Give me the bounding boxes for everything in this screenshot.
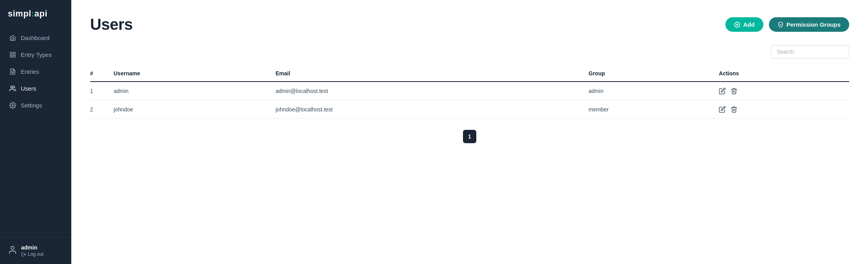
svg-point-6 <box>11 86 13 88</box>
users-table-container: # Username Email Group Actions 1 admin a… <box>90 66 849 119</box>
cell-actions <box>719 100 849 119</box>
cell-username: admin <box>114 82 275 100</box>
svg-point-8 <box>11 246 14 249</box>
sidebar-item-label: Settings <box>21 102 42 109</box>
search-input[interactable] <box>771 45 849 58</box>
sidebar-item-label: Entry Types <box>21 51 52 58</box>
user-avatar-icon <box>8 245 17 257</box>
main-header: Users Add Permission Groups <box>90 16 849 33</box>
sidebar-item-label: Entries <box>21 68 39 75</box>
sidebar-item-entries[interactable]: Entries <box>4 64 67 80</box>
gear-icon <box>9 102 16 109</box>
page-1-button[interactable]: 1 <box>463 130 476 143</box>
table-header-row: # Username Email Group Actions <box>90 66 849 82</box>
col-group: Group <box>589 66 719 82</box>
cell-group: admin <box>589 82 719 100</box>
page-title: Users <box>90 16 133 33</box>
col-number: # <box>90 66 114 82</box>
cell-group: member <box>589 100 719 119</box>
sidebar-logo: simpl:api <box>0 0 71 30</box>
main-content: Users Add Permission Groups # Username E… <box>71 0 868 264</box>
col-username: Username <box>114 66 275 82</box>
users-icon <box>9 85 16 92</box>
cell-actions <box>719 82 849 100</box>
logout-button[interactable]: Log out <box>21 251 43 257</box>
users-table: # Username Email Group Actions 1 admin a… <box>90 66 849 119</box>
cell-email: admin@localhost.test <box>275 82 588 100</box>
svg-rect-1 <box>13 52 15 54</box>
header-actions: Add Permission Groups <box>725 17 849 32</box>
sidebar-item-label: Users <box>21 85 36 92</box>
col-email: Email <box>275 66 588 82</box>
col-actions: Actions <box>719 66 849 82</box>
sidebar-item-label: Dashboard <box>21 35 49 41</box>
cell-username: johndoe <box>114 100 275 119</box>
permission-groups-button[interactable]: Permission Groups <box>769 17 849 32</box>
table-row: 1 admin admin@localhost.test admin <box>90 82 849 100</box>
tag-icon <box>9 51 16 58</box>
svg-rect-3 <box>10 55 12 57</box>
cell-id: 1 <box>90 82 114 100</box>
search-wrapper <box>90 45 849 58</box>
delete-icon[interactable] <box>731 87 738 95</box>
sidebar-item-settings[interactable]: Settings <box>4 97 67 113</box>
table-row: 2 johndoe johndoe@localhost.test member <box>90 100 849 119</box>
sidebar: simpl:api Dashboard Entry Types Entries … <box>0 0 71 264</box>
cell-id: 2 <box>90 100 114 119</box>
edit-icon[interactable] <box>719 87 726 95</box>
document-icon <box>9 68 16 75</box>
svg-rect-2 <box>13 55 15 57</box>
delete-icon[interactable] <box>731 106 738 113</box>
sidebar-nav: Dashboard Entry Types Entries Users Sett… <box>0 30 71 237</box>
sidebar-footer: admin Log out <box>0 237 71 264</box>
sidebar-item-entry-types[interactable]: Entry Types <box>4 47 67 63</box>
add-button[interactable]: Add <box>725 17 763 32</box>
home-icon <box>9 35 16 41</box>
sidebar-item-users[interactable]: Users <box>4 80 67 96</box>
username-label: admin <box>21 244 43 251</box>
edit-icon[interactable] <box>719 106 726 113</box>
svg-point-7 <box>12 104 13 106</box>
cell-email: johndoe@localhost.test <box>275 100 588 119</box>
sidebar-item-dashboard[interactable]: Dashboard <box>4 30 67 46</box>
logo-text: simpl:api <box>8 9 47 18</box>
pagination: 1 <box>90 130 849 143</box>
svg-rect-0 <box>10 52 12 54</box>
